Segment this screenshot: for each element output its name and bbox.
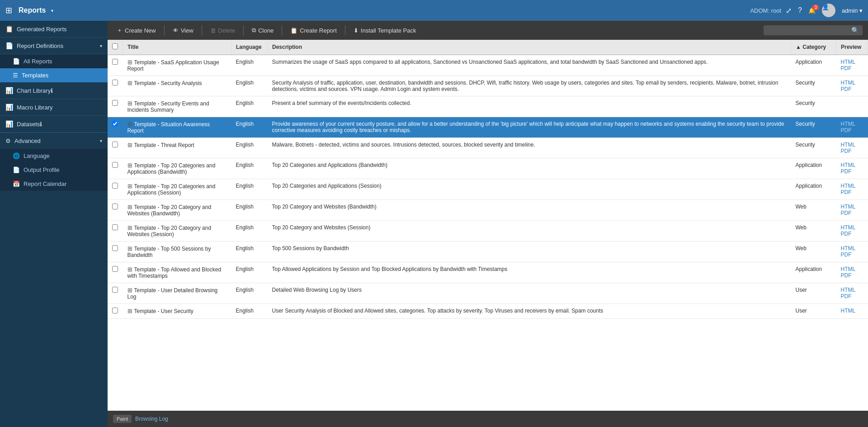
table-row[interactable]: ⊞Template - Top 20 Categories and Applic… bbox=[108, 158, 868, 179]
row-checkbox[interactable] bbox=[112, 204, 118, 209]
sidebar-item-datasets[interactable]: 📊 Datasets ℹ bbox=[0, 116, 108, 133]
pdf-link[interactable]: PDF bbox=[841, 251, 863, 258]
sidebar-item-report-definitions[interactable]: 📄 Report Definitions ▾ bbox=[0, 38, 108, 54]
pdf-link[interactable]: PDF bbox=[841, 65, 863, 71]
app-title[interactable]: Reports bbox=[19, 6, 46, 14]
row-checkbox[interactable] bbox=[112, 183, 118, 189]
row-checkbox[interactable] bbox=[112, 59, 118, 65]
html-link[interactable]: HTML bbox=[841, 80, 863, 86]
table-row[interactable]: ⊞Template - SaaS Application Usage Repor… bbox=[108, 55, 868, 76]
table-row[interactable]: ⊞Template - Threat Report English Malwar… bbox=[108, 138, 868, 158]
row-checkbox-cell[interactable] bbox=[108, 262, 123, 283]
row-checkbox-cell[interactable] bbox=[108, 179, 123, 200]
row-checkbox[interactable] bbox=[112, 224, 118, 230]
table-row[interactable]: ⊞Template - Top 20 Category and Websites… bbox=[108, 221, 868, 242]
row-checkbox-cell[interactable] bbox=[108, 283, 123, 304]
row-preview: HTML bbox=[836, 304, 868, 319]
table-row[interactable]: ⊞Template - Top 20 Categories and Applic… bbox=[108, 179, 868, 200]
row-checkbox[interactable] bbox=[112, 162, 118, 168]
row-checkbox-cell[interactable] bbox=[108, 117, 123, 138]
sidebar-item-macro-library[interactable]: 📊 Macro Library bbox=[0, 99, 108, 116]
row-checkbox[interactable] bbox=[112, 80, 118, 85]
table-row[interactable]: ⊞Template - Top 500 Sessions by Bandwidt… bbox=[108, 242, 868, 262]
header-category[interactable]: ▲ Category bbox=[791, 40, 836, 55]
row-checkbox[interactable] bbox=[112, 287, 118, 293]
sidebar-item-output-profile[interactable]: 📄 Output Profile bbox=[0, 163, 108, 177]
table-row[interactable]: ⊞Template - User Detailed Browsing Log E… bbox=[108, 283, 868, 304]
html-link[interactable]: HTML bbox=[841, 308, 863, 314]
install-template-pack-button[interactable]: ⬇ Install Template Pack bbox=[350, 25, 420, 36]
sidebar-item-chart-library[interactable]: 📊 Chart Library ℹ bbox=[0, 82, 108, 99]
row-checkbox[interactable] bbox=[112, 142, 118, 147]
html-link[interactable]: HTML bbox=[841, 121, 863, 127]
admin-label[interactable]: admin ▾ bbox=[842, 7, 863, 14]
sidebar-item-report-calendar[interactable]: 📅 Report Calendar bbox=[0, 177, 108, 191]
table-row[interactable]: ⊞Template - Security Analysis English Se… bbox=[108, 76, 868, 96]
main-layout: 📋 Generated Reports 📄 Report Definitions… bbox=[0, 21, 868, 427]
row-checkbox[interactable] bbox=[112, 245, 118, 251]
html-link[interactable]: HTML bbox=[841, 59, 863, 65]
html-link[interactable]: HTML bbox=[841, 183, 863, 189]
paint-button[interactable]: Paint bbox=[113, 415, 132, 423]
row-checkbox-cell[interactable] bbox=[108, 76, 123, 96]
table-row[interactable]: ⊞Template - Situation Awareness Report E… bbox=[108, 117, 868, 138]
html-link[interactable]: HTML bbox=[841, 162, 863, 168]
table-row[interactable]: ⊞Template - Security Events and Incident… bbox=[108, 96, 868, 117]
row-checkbox[interactable] bbox=[112, 121, 118, 127]
pdf-link[interactable]: PDF bbox=[841, 272, 863, 279]
sidebar-item-language[interactable]: 🌐 Language bbox=[0, 149, 108, 163]
row-checkbox-cell[interactable] bbox=[108, 96, 123, 117]
report-definitions-icon: 📄 bbox=[5, 42, 13, 49]
pdf-link[interactable]: PDF bbox=[841, 148, 863, 154]
sidebar-item-generated-reports[interactable]: 📋 Generated Reports bbox=[0, 21, 108, 38]
select-all-checkbox[interactable] bbox=[112, 43, 118, 49]
clone-button[interactable]: ⧉ Clone bbox=[248, 24, 277, 36]
row-checkbox-cell[interactable] bbox=[108, 304, 123, 319]
pdf-link[interactable]: PDF bbox=[841, 231, 863, 237]
html-link[interactable]: HTML bbox=[841, 266, 863, 272]
template-icon: ⊞ bbox=[127, 245, 132, 252]
header-checkbox[interactable] bbox=[108, 40, 123, 55]
search-input[interactable] bbox=[767, 27, 849, 34]
row-checkbox[interactable] bbox=[112, 266, 118, 272]
table-row[interactable]: ⊞Template - Top 20 Category and Websites… bbox=[108, 200, 868, 221]
row-checkbox[interactable] bbox=[112, 100, 118, 106]
pdf-link[interactable]: PDF bbox=[841, 210, 863, 216]
grid-icon[interactable]: ⊞ bbox=[5, 5, 12, 15]
help-icon[interactable]: ? bbox=[798, 6, 802, 14]
html-link[interactable]: HTML bbox=[841, 287, 863, 293]
top-navigation: ⊞ Reports ▾ ADOM: root ⤢ ? 🔔 3 👤 admin ▾ bbox=[0, 0, 868, 21]
avatar[interactable]: 👤 bbox=[822, 4, 835, 17]
sidebar-section-advanced[interactable]: ⚙ Advanced ▾ bbox=[0, 133, 108, 149]
row-category: Security bbox=[791, 96, 836, 117]
sidebar-item-all-reports[interactable]: 📄 All Reports bbox=[0, 54, 108, 68]
pdf-link[interactable]: PDF bbox=[841, 127, 863, 133]
sidebar-item-templates[interactable]: ☰ Templates bbox=[0, 68, 108, 82]
browsing-log-link[interactable]: Browsing Log bbox=[135, 416, 168, 422]
pdf-link[interactable]: PDF bbox=[841, 189, 863, 195]
notification-bell[interactable]: 🔔 3 bbox=[808, 7, 816, 14]
pdf-link[interactable]: PDF bbox=[841, 86, 863, 92]
row-checkbox[interactable] bbox=[112, 308, 118, 313]
delete-button[interactable]: 🗑 Delete bbox=[207, 25, 239, 36]
row-checkbox-cell[interactable] bbox=[108, 242, 123, 262]
html-link[interactable]: HTML bbox=[841, 142, 863, 148]
pdf-link[interactable]: PDF bbox=[841, 168, 863, 175]
row-checkbox-cell[interactable] bbox=[108, 138, 123, 158]
html-link[interactable]: HTML bbox=[841, 204, 863, 210]
create-new-button[interactable]: ＋ Create New bbox=[113, 24, 160, 37]
row-checkbox-cell[interactable] bbox=[108, 55, 123, 76]
row-checkbox-cell[interactable] bbox=[108, 158, 123, 179]
row-checkbox-cell[interactable] bbox=[108, 221, 123, 242]
html-link[interactable]: HTML bbox=[841, 245, 863, 251]
row-checkbox-cell[interactable] bbox=[108, 200, 123, 221]
app-title-chevron[interactable]: ▾ bbox=[51, 8, 53, 13]
expand-icon[interactable]: ⤢ bbox=[786, 6, 792, 15]
html-link[interactable]: HTML bbox=[841, 224, 863, 231]
table-row[interactable]: ⊞Template - Top Allowed and Blocked with… bbox=[108, 262, 868, 283]
view-button[interactable]: 👁 View bbox=[169, 25, 197, 36]
search-box[interactable]: 🔍 bbox=[764, 25, 863, 35]
pdf-link[interactable]: PDF bbox=[841, 293, 863, 299]
create-report-button[interactable]: 📋 Create Report bbox=[287, 25, 340, 36]
table-row[interactable]: ⊞Template - User Security English User S… bbox=[108, 304, 868, 319]
